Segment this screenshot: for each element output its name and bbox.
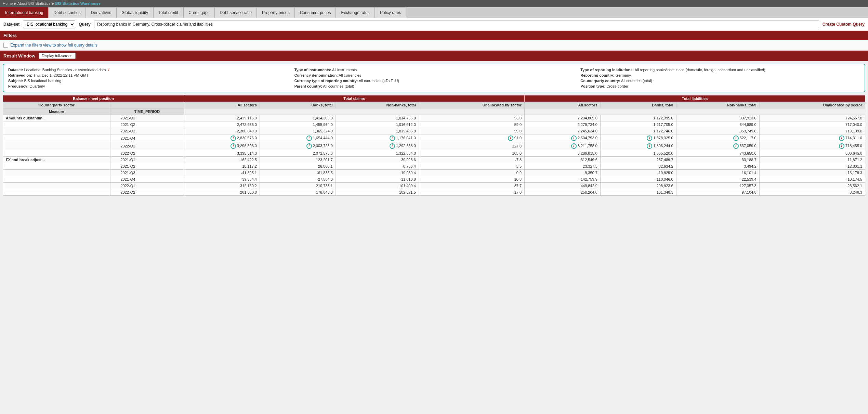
info-circle-icon[interactable]: i xyxy=(306,143,312,149)
table-cell: 101,409.4 xyxy=(336,183,419,189)
table-cell: 13,178.3 xyxy=(759,170,865,176)
tab-credit-gaps[interactable]: Credit gaps xyxy=(183,7,214,18)
table-cell: 5.5 xyxy=(419,163,524,170)
table-row: 2021-Q3-41,895.1-61,835.519,939.40.99,35… xyxy=(3,170,865,176)
table-cell: 105.0 xyxy=(419,150,524,157)
info-subject-row: Subject: BIS locational banking xyxy=(8,79,288,83)
expand-filters-button[interactable]: Expand the filters view to show full que… xyxy=(3,43,865,48)
tab-debt-securities[interactable]: Debt securities xyxy=(48,7,86,18)
table-cell: 19,939.4 xyxy=(336,170,419,176)
col-claims-banks: Banks, total xyxy=(260,102,336,108)
table-cell: 210,733.1 xyxy=(260,183,336,189)
info-currency-type-row: Currency type of reporting country: All … xyxy=(294,79,574,83)
table-cell: 2,279,734.0 xyxy=(525,121,601,128)
measure-cell: FX and break adjust... xyxy=(3,157,110,163)
col-claims-non: Non-banks, total xyxy=(336,102,419,108)
table-row: 2021-Q218,117.226,868.1-8,756.45.523,327… xyxy=(3,163,865,170)
info-circle-icon[interactable]: i xyxy=(390,143,395,149)
tab-property-prices[interactable]: Property prices xyxy=(257,7,295,18)
info-circle-icon[interactable]: i xyxy=(571,143,577,149)
info-circle-icon[interactable]: i xyxy=(647,135,652,141)
info-circle-icon[interactable]: i xyxy=(839,135,844,141)
info-parent-value: All countries (total) xyxy=(323,84,354,88)
table-cell: 1,217,705.0 xyxy=(600,121,676,128)
info-circle-icon[interactable]: i xyxy=(306,135,312,141)
table-row: 2022-Q23,395,514.02,072,575.01,322,834.0… xyxy=(3,150,865,157)
info-instruments-row: Type of instruments: All instruments xyxy=(294,68,574,72)
measure-cell xyxy=(3,134,110,142)
dataset-select[interactable]: BIS locational banking xyxy=(23,20,75,28)
time-cell: 2021-Q4 xyxy=(110,134,184,142)
table-cell: 162,422.5 xyxy=(184,157,260,163)
table-cell: i 2,504,753.0 xyxy=(525,134,601,142)
tab-derivatives[interactable]: Derivatives xyxy=(86,7,116,18)
tab-international-banking[interactable]: International banking xyxy=(0,7,48,18)
measure-cell xyxy=(3,142,110,150)
breadcrumb-home[interactable]: Home xyxy=(3,1,13,5)
info-circle-icon[interactable]: i xyxy=(571,135,577,141)
data-table-container: Balance sheet position Total claims Tota… xyxy=(3,95,865,196)
info-counterparty-label: Counterparty country: xyxy=(580,79,620,83)
breadcrumb-current: BIS Statistics Warehouse xyxy=(55,1,101,5)
table-cell: 250,204.8 xyxy=(525,189,601,196)
table-cell: 59.0 xyxy=(419,121,524,128)
info-parent-label: Parent country: xyxy=(294,84,322,88)
table-cell: 37.7 xyxy=(419,183,524,189)
table-cell: 1,014,755.0 xyxy=(336,115,419,121)
col-total-claims: Total claims xyxy=(184,95,525,102)
breadcrumb: Home ▶ About BIS Statistics ▶ BIS Statis… xyxy=(0,0,868,7)
info-dataset-icon[interactable]: i xyxy=(108,68,109,72)
info-circle-icon[interactable]: i xyxy=(508,135,513,141)
nav-tabs: International banking Debt securities De… xyxy=(0,7,868,18)
table-cell: i 714,311.0 xyxy=(759,134,865,142)
col-liab-all: All sectors xyxy=(525,102,601,108)
table-cell: 39,228.6 xyxy=(336,157,419,163)
table-cell: 102,521.5 xyxy=(336,189,419,196)
tab-consumer-prices[interactable]: Consumer prices xyxy=(295,7,336,18)
table-cell: 267,489.7 xyxy=(600,157,676,163)
table-cell: i 3,296,503.0 xyxy=(184,142,260,150)
table-cell: 1,865,520.0 xyxy=(600,150,676,157)
time-cell: 2022-Q2 xyxy=(110,150,184,157)
create-custom-query-button[interactable]: Create Custom Query xyxy=(823,22,865,27)
tab-global-liquidity[interactable]: Global liquidity xyxy=(116,7,153,18)
col-counterparty: Counterparty sector xyxy=(3,102,110,108)
info-panel: Dataset: Locational Banking Statistics -… xyxy=(3,64,865,92)
info-circle-icon[interactable]: i xyxy=(647,143,652,149)
time-cell: 2021-Q1 xyxy=(110,157,184,163)
tab-exchange-rates[interactable]: Exchange rates xyxy=(336,7,374,18)
time-cell: 2021-Q3 xyxy=(110,170,184,176)
table-cell: 353,749.0 xyxy=(676,128,759,134)
tab-total-credit[interactable]: Total credit xyxy=(153,7,183,18)
info-instruments-label: Type of instruments: xyxy=(294,68,331,72)
info-circle-icon[interactable]: i xyxy=(390,135,395,141)
info-circle-icon[interactable]: i xyxy=(231,135,236,141)
expand-checkbox[interactable] xyxy=(3,43,8,48)
info-position-label: Position type: xyxy=(580,84,605,88)
table-cell: 2,245,634.0 xyxy=(525,128,601,134)
col-time-period: TIME_PERIOD xyxy=(110,108,184,115)
breadcrumb-about[interactable]: About BIS Statistics xyxy=(17,1,51,5)
table-cell: 281,350.8 xyxy=(184,189,260,196)
time-cell: 2021-Q2 xyxy=(110,121,184,128)
time-cell: 2021-Q3 xyxy=(110,128,184,134)
measure-cell xyxy=(3,176,110,183)
table-cell: 344,989.0 xyxy=(676,121,759,128)
fullscreen-button[interactable]: Display full-screen xyxy=(39,53,76,59)
table-cell: 717,040.0 xyxy=(759,121,865,128)
col-liab-banks: Banks, total xyxy=(600,102,676,108)
table-cell: 2,072,575.0 xyxy=(260,150,336,157)
col-total-liabilities: Total liabilities xyxy=(525,95,865,102)
info-circle-icon[interactable]: i xyxy=(733,135,739,141)
info-subject-label: Subject: xyxy=(8,79,23,83)
tab-debt-service-ratio[interactable]: Debt service ratio xyxy=(215,7,257,18)
filters-header: Filters xyxy=(0,31,868,40)
tab-policy-rates[interactable]: Policy rates xyxy=(375,7,406,18)
info-circle-icon[interactable]: i xyxy=(839,143,844,149)
info-circle-icon[interactable]: i xyxy=(733,143,739,149)
info-frequency-row: Frequency: Quarterly xyxy=(8,84,288,88)
info-circle-icon[interactable]: i xyxy=(231,143,236,149)
table-cell: 449,842.9 xyxy=(525,183,601,189)
table-cell: i 1,176,041.0 xyxy=(336,134,419,142)
info-position-value: Cross-border xyxy=(606,84,628,88)
